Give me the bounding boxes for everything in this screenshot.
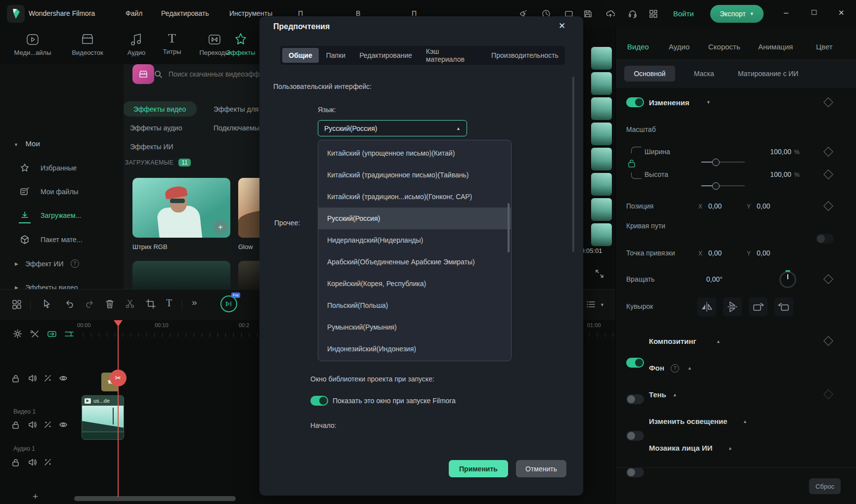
cloud-upload-icon[interactable] <box>606 9 615 18</box>
chevron-up-icon[interactable]: ▲ <box>673 392 677 397</box>
subtab-ai-matte[interactable]: Матирование с ИИ <box>738 70 798 78</box>
sidebar-item-favorites[interactable]: Избранные <box>20 163 77 173</box>
language-option[interactable]: Корейский(Корея, Республика) <box>318 273 511 294</box>
category-ai-effects[interactable]: Эффекты ИИ <box>130 143 173 151</box>
height-value[interactable]: 100,00 <box>757 170 791 178</box>
width-value[interactable]: 100,00 <box>757 148 791 156</box>
select-tool-icon[interactable] <box>43 299 52 309</box>
tab-editing[interactable]: Редактирование <box>353 48 419 63</box>
lock-icon[interactable] <box>12 420 20 429</box>
anchor-y-value[interactable]: 0,00 <box>757 249 770 257</box>
close-window-button[interactable]: ✕ <box>838 8 845 17</box>
sidebar-item-pack[interactable]: Пакет мате... <box>20 235 83 245</box>
mute-speaker-icon[interactable] <box>28 374 37 382</box>
language-option[interactable]: Арабский(Объединенные Арабские Эмираты) <box>318 251 511 273</box>
tab-video[interactable]: Видео <box>627 42 649 51</box>
language-option[interactable]: Польский(Польша) <box>318 294 511 316</box>
split-scissors-icon[interactable] <box>125 299 135 309</box>
workspace-grid-icon[interactable] <box>649 9 658 18</box>
playhead-line[interactable] <box>118 323 119 497</box>
lock-icon[interactable] <box>12 458 20 466</box>
language-option[interactable]: Индонезийский(Индонезия) <box>318 338 511 360</box>
fullscreen-icon[interactable] <box>595 269 604 278</box>
nav-stock[interactable]: Видеосток <box>66 31 109 56</box>
sidebar-item-ai-effect[interactable]: ▶ Эффект ИИ ? <box>15 259 79 268</box>
rotate-cw-button[interactable] <box>749 297 768 316</box>
login-button[interactable]: Войти <box>673 9 694 18</box>
category-video-effects[interactable]: Эффекты видео <box>124 101 197 117</box>
search-input[interactable] <box>168 70 263 79</box>
apply-button[interactable]: Применить <box>449 460 508 477</box>
keyframe-icon[interactable] <box>823 336 833 346</box>
show-window-toggle[interactable] <box>310 396 328 406</box>
path-curve-toggle[interactable] <box>816 234 834 244</box>
category-audio-effects[interactable]: Эффекты аудио <box>130 124 182 132</box>
effect-card-stub[interactable] <box>132 261 230 289</box>
flip-horizontal-button[interactable] <box>697 297 716 316</box>
menu-edit[interactable]: Редактировать <box>161 9 209 17</box>
keyframe-icon[interactable] <box>823 274 833 284</box>
chevron-up-icon[interactable]: ▲ <box>728 446 732 451</box>
shadow-toggle[interactable] <box>626 431 644 441</box>
unlink-icon[interactable] <box>31 330 40 338</box>
playhead-scissors-badge[interactable]: ✂ <box>110 370 127 386</box>
text-tool-icon[interactable]: T <box>166 297 172 309</box>
sidebar-item-downloading[interactable]: Загружаем... <box>20 210 81 220</box>
keyframe-icon[interactable] <box>823 169 833 179</box>
flip-vertical-button[interactable] <box>723 297 742 316</box>
magic-wand-icon[interactable] <box>43 374 51 382</box>
chevron-down-icon[interactable]: ▼ <box>706 100 711 105</box>
language-select[interactable]: Русский(Россия) ▲ <box>318 120 467 136</box>
sidebar-item-my-files[interactable]: Мои файлы <box>20 187 79 197</box>
chevron-down-icon[interactable]: ▼ <box>600 302 604 307</box>
menu-file[interactable]: Файл <box>126 9 142 17</box>
tab-general[interactable]: Общие <box>282 48 319 63</box>
keyframe-icon[interactable] <box>823 389 833 399</box>
chevron-up-icon[interactable]: ▲ <box>687 366 692 371</box>
cancel-button[interactable]: Отменить <box>516 460 566 477</box>
magic-wand-icon[interactable] <box>43 420 51 429</box>
rotate-ccw-button[interactable] <box>774 297 793 316</box>
close-dialog-button[interactable]: ✕ <box>558 21 565 31</box>
background-toggle[interactable] <box>626 394 644 404</box>
tab-folders[interactable]: Папки <box>320 48 352 63</box>
mute-speaker-icon[interactable] <box>28 420 37 429</box>
lock-aspect-icon[interactable] <box>627 159 636 170</box>
save-icon[interactable] <box>583 9 592 18</box>
language-option[interactable]: Китайский (традиционное письмо)(Тайвань) <box>318 164 511 186</box>
link-clip-icon[interactable] <box>47 330 57 338</box>
maximize-button[interactable]: ☐ <box>811 8 817 16</box>
tab-performance[interactable]: Производительность <box>485 48 565 63</box>
dialog-scrollbar[interactable] <box>572 77 574 252</box>
undo-icon[interactable] <box>65 299 75 308</box>
delete-icon[interactable] <box>105 299 114 309</box>
keyframe-icon[interactable] <box>823 201 833 211</box>
keyframe-icon[interactable] <box>823 97 833 107</box>
store-button[interactable] <box>132 64 154 84</box>
headset-icon[interactable] <box>628 9 637 18</box>
mute-speaker-icon[interactable] <box>28 458 37 466</box>
chevron-up-icon[interactable]: ▲ <box>743 419 747 424</box>
position-x-value[interactable]: 0,00 <box>708 202 722 210</box>
rotate-dial[interactable] <box>779 271 796 288</box>
lock-icon[interactable] <box>12 374 20 382</box>
nav-titles[interactable]: T Титры <box>157 31 187 55</box>
tab-cache[interactable]: Кэш материалов <box>420 44 484 67</box>
subtab-basic[interactable]: Основной <box>624 66 675 82</box>
chevron-up-icon[interactable]: ▲ <box>716 339 721 344</box>
tab-audio[interactable]: Аудио <box>669 42 689 51</box>
language-option[interactable]: Нидерландский(Нидерланды) <box>318 229 511 251</box>
height-slider[interactable] <box>701 185 745 186</box>
keyframe-icon[interactable] <box>823 147 833 157</box>
visibility-eye-icon[interactable] <box>59 375 68 382</box>
minimize-button[interactable]: – <box>784 8 788 17</box>
rotate-value[interactable]: 0,00° <box>706 275 723 283</box>
magic-wand-icon[interactable] <box>43 458 51 466</box>
tab-color[interactable]: Цвет <box>816 42 833 51</box>
crop-icon[interactable] <box>146 299 156 309</box>
playhead-handle[interactable] <box>114 320 123 327</box>
track-options-icon[interactable] <box>586 300 595 308</box>
anchor-x-value[interactable]: 0,00 <box>708 249 722 257</box>
voice-record-button[interactable] <box>220 295 237 312</box>
settings-gear-icon[interactable] <box>13 329 22 338</box>
